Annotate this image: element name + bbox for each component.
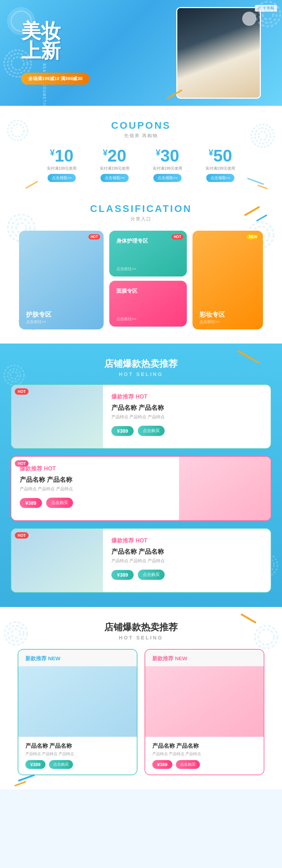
new-card-footer-1: 产品名称 产品名称 产品特点 产品特点 产品特点 ¥389 点击购买 <box>18 737 137 775</box>
hot-card-name-1: 产品名称 产品名称 <box>111 403 262 412</box>
hero-product-image <box>176 7 261 99</box>
svg-point-10 <box>258 132 267 140</box>
coupons-row: ¥10 实付满199元使用 点击领取>> ¥20 实付满199元使用 点击领取>… <box>14 147 268 182</box>
hero-title: 美妆 上新 BEAUTY COSMETICS SHANGXIN <box>21 21 61 106</box>
hot-card-1: HOT 爆款推荐 HOT 产品名称 产品名称 产品特点 产品特点 产品特点 ¥3… <box>11 384 271 449</box>
hot-card-name-3: 产品名称 产品名称 <box>111 547 262 556</box>
new-card-features-1: 产品特点 产品特点 产品特点 <box>25 751 130 757</box>
new-card-name-1: 产品名称 产品名称 <box>25 742 130 750</box>
hot-card-2: HOT 爆款推荐 HOT 产品名称 产品名称 产品特点 产品特点 产品特点 ¥3… <box>11 456 271 521</box>
new-card-2: 新款推荐 NEW 产品名称 产品名称 产品特点 产品特点 产品特点 ¥389 点… <box>145 649 264 775</box>
hot-card-price-row-2: ¥389 点击购买 <box>20 498 171 508</box>
class-card-makeup[interactable]: NEW 彩妆专区 点击前往>> <box>192 231 263 329</box>
svg-point-7 <box>11 124 24 137</box>
svg-point-22 <box>8 626 24 641</box>
hot-card-btn-2[interactable]: 点击购买 <box>46 498 73 508</box>
svg-point-9 <box>255 128 270 144</box>
coupon-condition-1: 实付满199元使用 <box>41 166 83 171</box>
class-card-body[interactable]: HOT 身体护理专区 点击前往>> <box>109 231 187 277</box>
deco-new-right <box>254 625 278 654</box>
new-title-en: HOT SELING <box>11 635 271 641</box>
deco-right-coupons <box>250 123 275 148</box>
svg-point-18 <box>11 372 18 379</box>
hot-card-img-2 <box>179 457 271 520</box>
new-card-price-row-2: ¥389 点击购买 <box>152 760 257 769</box>
class-card-sublabel-1: 点击前往>> <box>26 319 46 324</box>
hot-card-price-2: ¥389 <box>20 498 42 508</box>
hot-card-btn-3[interactable]: 点击购买 <box>138 570 165 580</box>
new-card-btn-2[interactable]: 点击购买 <box>176 760 200 769</box>
classification-title: CLASSIFICATION <box>14 203 268 214</box>
class-card-badge-4: NEW <box>247 234 259 239</box>
coupon-btn-4[interactable]: 点击领取>> <box>206 174 235 182</box>
deco-new-left <box>4 621 28 654</box>
deco-orange-dash-coupon2 <box>257 184 268 189</box>
class-card-sublabel-2: 点击前往>> <box>116 266 136 272</box>
hot-card-3: HOT 爆款推荐 HOT 产品名称 产品名称 产品特点 产品特点 产品特点 ¥3… <box>11 528 271 593</box>
hero-banner: 美妆 上新 BEAUTY COSMETICS SHANGXIN 全场满199减1… <box>0 0 282 106</box>
coupon-item-2: ¥20 实付满199元使用 点击领取>> <box>93 147 136 182</box>
new-cards-row: 新款推荐 NEW 产品名称 产品名称 产品特点 产品特点 产品特点 ¥389 点… <box>11 649 271 775</box>
class-card-skincare[interactable]: HOT 护肤专区 点击前往>> <box>19 231 104 329</box>
hot-card-tag-2: 爆款推荐 HOT <box>20 465 171 473</box>
hot-card-info-3: 爆款推荐 HOT 产品名称 产品名称 产品特点 产品特点 产品特点 ¥389 点… <box>103 529 271 592</box>
coupon-value-2: ¥20 <box>93 147 136 164</box>
new-card-header-2: 新款推荐 NEW <box>145 650 264 666</box>
coupon-value-3: ¥30 <box>146 147 189 164</box>
new-card-price-1: ¥389 <box>25 760 45 769</box>
classification-section: CLASSIFICATION 分类入口 HOT 护肤专区 点击前往>> HOT … <box>0 193 282 344</box>
coupon-btn-1[interactable]: 点击领取>> <box>48 174 76 182</box>
svg-point-23 <box>12 629 20 638</box>
coupon-btn-3[interactable]: 点击领取>> <box>153 174 182 182</box>
hot-card-price-3: ¥389 <box>111 570 134 580</box>
coupon-item-3: ¥30 实付满199元使用 点击领取>> <box>146 147 189 182</box>
class-card-badge-1: HOT <box>88 234 100 239</box>
deco-orange-new2 <box>14 781 26 787</box>
classification-cards: HOT 护肤专区 点击前往>> HOT 身体护理专区 点击前往>> 面膜专区 点… <box>14 231 268 329</box>
coupon-value-1: ¥10 <box>41 147 83 164</box>
new-card-tag-2: 新款推荐 NEW <box>152 655 257 662</box>
coupon-condition-2: 实付满199元使用 <box>93 166 136 171</box>
deco-stripes-right <box>254 0 282 28</box>
class-card-label-1: 护肤专区 <box>26 310 51 319</box>
hero-promo-badge[interactable]: 全场满199减10 满399减30 <box>21 73 90 85</box>
class-card-inner-2: 身体护理专区 <box>116 238 148 244</box>
new-card-1: 新款推荐 NEW 产品名称 产品名称 产品特点 产品特点 产品特点 ¥389 点… <box>18 649 137 775</box>
hot-card-name-2: 产品名称 产品名称 <box>20 475 171 484</box>
class-card-sublabel-4: 点击前往>> <box>200 319 220 324</box>
class-card-mask[interactable]: 面膜专区 点击前往>> <box>109 281 187 327</box>
hot-card-price-row-3: ¥389 点击购买 <box>111 570 262 580</box>
svg-point-17 <box>8 369 20 382</box>
svg-point-25 <box>258 629 274 645</box>
coupon-btn-2[interactable]: 点击领取>> <box>100 174 129 182</box>
new-card-footer-2: 产品名称 产品名称 产品特点 产品特点 产品特点 ¥389 点击购买 <box>145 737 264 775</box>
new-card-img-1 <box>18 666 137 737</box>
hot-card-btn-1[interactable]: 点击购买 <box>138 426 165 436</box>
hot-card-features-1: 产品特点 产品特点 产品特点 <box>111 414 262 420</box>
coupon-condition-3: 实付满199元使用 <box>146 166 189 171</box>
class-card-inner-3: 面膜专区 <box>116 288 137 295</box>
classification-subtitle: 分类入口 <box>14 216 268 222</box>
coupons-section: COUPONS 先领券 再购物 ¥10 实付满199元使用 点击领取>> ¥20… <box>0 106 282 193</box>
new-card-img-2 <box>145 666 264 737</box>
hot-card-info-1: 爆款推荐 HOT 产品名称 产品名称 产品特点 产品特点 产品特点 ¥389 点… <box>103 385 271 448</box>
hot-selling-section: 店铺爆款热卖推荐 HOT SELING HOT 爆款推荐 HOT 产品名称 产品… <box>0 344 282 607</box>
class-card-label-4: 彩妆专区 <box>200 310 225 319</box>
hero-main-text: 美妆 上新 <box>21 21 61 61</box>
new-card-btn-1[interactable]: 点击购买 <box>49 760 73 769</box>
hot-card-tag-1: 爆款推荐 HOT <box>111 393 262 401</box>
new-title-zh: 店铺爆款热卖推荐 <box>11 621 271 633</box>
new-card-price-row-1: ¥389 点击购买 <box>25 760 130 769</box>
coupon-condition-4: 实付满199元使用 <box>199 166 241 171</box>
coupons-title: COUPONS <box>14 120 268 131</box>
hot-badge-2: HOT <box>15 460 29 467</box>
coupon-item-4: ¥50 实付满199元使用 点击领取>> <box>199 147 241 182</box>
hot-title-en: HOT SELING <box>11 371 271 377</box>
hot-card-tag-3: 爆款推荐 HOT <box>111 537 262 545</box>
class-card-sublabel-3: 点击前往>> <box>116 316 136 322</box>
new-card-tag-1: 新款推荐 NEW <box>25 655 130 662</box>
new-card-features-2: 产品特点 产品特点 产品特点 <box>152 751 257 757</box>
hot-badge-3: HOT <box>15 532 29 539</box>
hot-card-features-3: 产品特点 产品特点 产品特点 <box>111 558 262 564</box>
coupons-subtitle: 先领券 再购物 <box>14 133 268 139</box>
